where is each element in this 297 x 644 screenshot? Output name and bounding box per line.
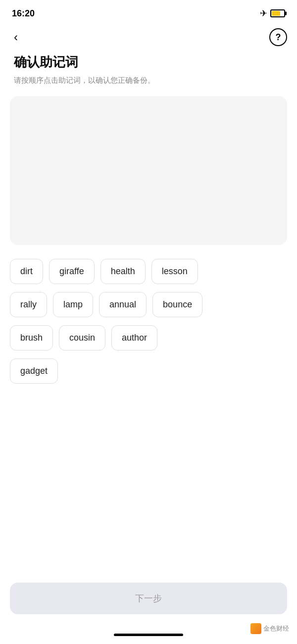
word-chip-health[interactable]: health bbox=[100, 259, 146, 284]
word-chip-row-3: gadget bbox=[10, 358, 287, 384]
word-chip-giraffe[interactable]: giraffe bbox=[49, 259, 95, 284]
watermark-text: 金色财经 bbox=[263, 624, 289, 633]
nav-bar: ‹ ? bbox=[0, 25, 297, 50]
status-icons: ✈ bbox=[260, 8, 285, 19]
word-chip-brush[interactable]: brush bbox=[10, 325, 53, 351]
word-chip-lesson[interactable]: lesson bbox=[151, 259, 198, 284]
word-chip-author[interactable]: author bbox=[111, 325, 157, 351]
word-chip-row-1: rallylampannualbounce bbox=[10, 292, 287, 317]
watermark-logo bbox=[250, 623, 261, 634]
home-indicator bbox=[114, 634, 183, 636]
battery-fill bbox=[272, 11, 280, 16]
bottom-section: 下一步 bbox=[10, 583, 287, 614]
battery-icon bbox=[270, 9, 285, 17]
word-chip-dirt[interactable]: dirt bbox=[10, 259, 43, 284]
word-chip-row-2: brushcousinauthor bbox=[10, 325, 287, 351]
title-section: 确认助记词 请按顺序点击助记词，以确认您正确备份。 bbox=[0, 50, 297, 96]
status-bar: 16:20 ✈ bbox=[0, 0, 297, 25]
next-button[interactable]: 下一步 bbox=[10, 583, 287, 614]
word-chip-annual[interactable]: annual bbox=[99, 292, 147, 317]
status-time: 16:20 bbox=[12, 8, 35, 19]
selection-area bbox=[10, 96, 287, 245]
word-chip-lamp[interactable]: lamp bbox=[53, 292, 93, 317]
airplane-icon: ✈ bbox=[260, 8, 267, 19]
word-chips-section: dirtgiraffehealthlessonrallylampannualbo… bbox=[0, 245, 297, 402]
word-chip-row-0: dirtgiraffehealthlesson bbox=[10, 259, 287, 284]
help-button[interactable]: ? bbox=[269, 28, 287, 46]
page-subtitle: 请按顺序点击助记词，以确认您正确备份。 bbox=[14, 75, 283, 86]
page-title: 确认助记词 bbox=[14, 54, 283, 71]
word-chip-gadget[interactable]: gadget bbox=[10, 358, 58, 384]
word-chip-cousin[interactable]: cousin bbox=[59, 325, 105, 351]
word-chip-bounce[interactable]: bounce bbox=[152, 292, 202, 317]
word-chip-rally[interactable]: rally bbox=[10, 292, 47, 317]
back-button[interactable]: ‹ bbox=[10, 28, 22, 46]
watermark: 金色财经 bbox=[250, 623, 289, 634]
